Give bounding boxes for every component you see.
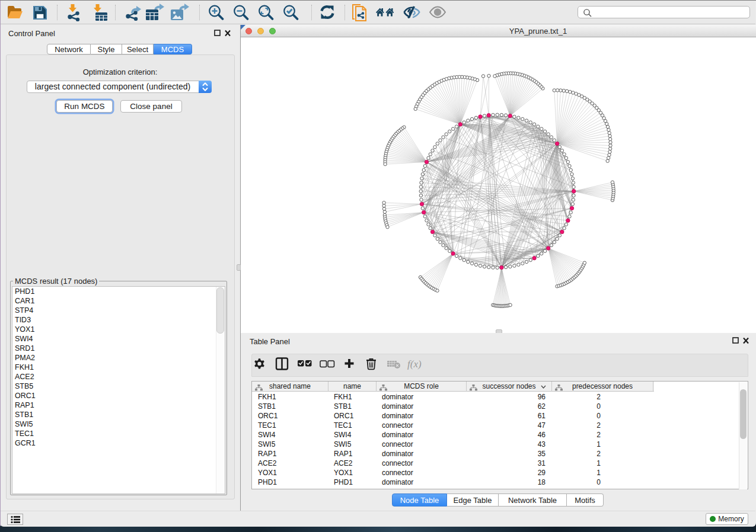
svg-text:f(x): f(x) (407, 358, 422, 370)
